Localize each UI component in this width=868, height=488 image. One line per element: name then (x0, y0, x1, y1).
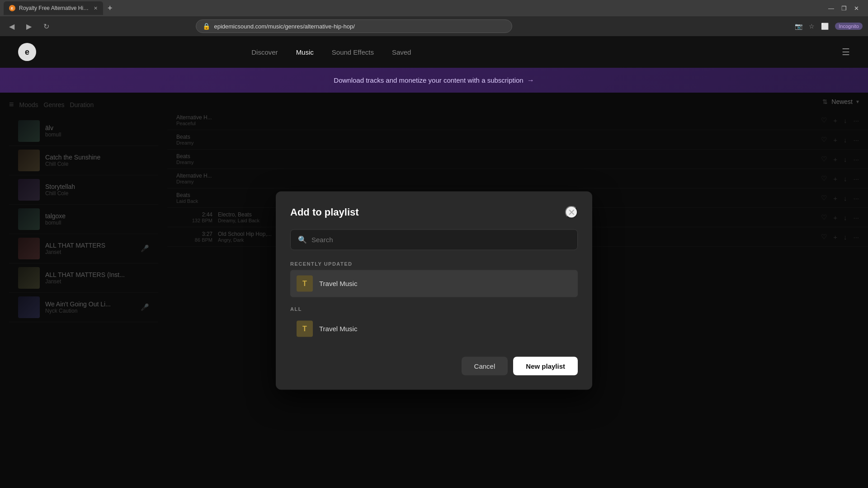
subscription-banner[interactable]: Download tracks and monetize your conten… (0, 68, 868, 93)
maximize-button[interactable]: ❐ (841, 5, 847, 12)
window-controls: — ❐ ✕ (828, 5, 864, 12)
cancel-button[interactable]: Cancel (462, 357, 508, 375)
nav-discover[interactable]: Discover (251, 48, 278, 56)
address-bar[interactable]: 🔒 epidemicsound.com/music/genres/alterna… (196, 19, 512, 33)
tab-favicon: E (9, 5, 15, 11)
recently-updated-label: RECENTLY UPDATED (290, 261, 578, 266)
toolbar-icons: 📷 ☆ ⬜ Incognito (795, 23, 863, 30)
minimize-button[interactable]: — (828, 5, 834, 12)
browser-tabs: E Royalty Free Alternative Hip Ho... ✕ +… (0, 0, 868, 16)
back-button[interactable]: ◀ (5, 20, 18, 33)
star-icon[interactable]: ☆ (809, 23, 815, 30)
content-area: ≡ Moods Genres Duration älv bomull (0, 93, 868, 488)
app-container: e Discover Music Sound Effects Saved ☰ D… (0, 36, 868, 488)
all-label: ALL (290, 306, 578, 311)
lock-icon: 🔒 (203, 23, 210, 30)
nav-saved[interactable]: Saved (392, 48, 411, 56)
close-button[interactable]: ✕ (854, 5, 859, 12)
url-text: epidemicsound.com/music/genres/alternati… (214, 23, 505, 30)
modal-title: Add to playlist (290, 206, 359, 218)
nav-sound-effects[interactable]: Sound Effects (332, 48, 374, 56)
tab-close-button[interactable]: ✕ (94, 5, 98, 11)
hamburger-menu[interactable]: ☰ (842, 47, 850, 57)
banner-text: Download tracks and monetize your conten… (334, 76, 523, 84)
new-tab-button[interactable]: + (105, 4, 115, 12)
extension-icon[interactable]: ⬜ (821, 23, 829, 30)
browser-chrome: E Royalty Free Alternative Hip Ho... ✕ +… (0, 0, 868, 36)
modal-search-bar[interactable]: 🔍 (290, 229, 578, 250)
new-playlist-button[interactable]: New playlist (513, 357, 578, 375)
playlist-item-name: Travel Music (319, 280, 357, 287)
forward-button[interactable]: ▶ (23, 20, 35, 33)
banner-arrow: → (527, 76, 534, 84)
playlist-item-name: Travel Music (319, 325, 357, 333)
playlist-item-icon: T (297, 275, 313, 291)
modal-footer: Cancel New playlist (290, 357, 578, 375)
tab-title: Royalty Free Alternative Hip Ho... (19, 5, 90, 11)
modal-header: Add to playlist ✕ (290, 206, 578, 218)
playlist-item-all-travel[interactable]: T Travel Music (290, 315, 578, 342)
modal-close-button[interactable]: ✕ (565, 206, 578, 218)
app-nav: e Discover Music Sound Effects Saved ☰ (0, 36, 868, 68)
active-tab[interactable]: E Royalty Free Alternative Hip Ho... ✕ (4, 1, 103, 15)
search-icon: 🔍 (298, 235, 307, 244)
playlist-search-input[interactable] (311, 236, 570, 244)
app-logo[interactable]: e (18, 43, 36, 61)
nav-links: Discover Music Sound Effects Saved (251, 48, 411, 56)
incognito-badge: Incognito (835, 23, 863, 30)
playlist-item-icon: T (297, 320, 313, 337)
reload-button[interactable]: ↻ (40, 20, 52, 33)
add-to-playlist-modal: Add to playlist ✕ 🔍 RECENTLY UPDATED T T… (276, 191, 592, 389)
camera-off-icon: 📷 (795, 23, 802, 30)
nav-music[interactable]: Music (296, 48, 314, 56)
playlist-item-recent-travel[interactable]: T Travel Music (290, 270, 578, 297)
browser-toolbar: ◀ ▶ ↻ 🔒 epidemicsound.com/music/genres/a… (0, 16, 868, 36)
